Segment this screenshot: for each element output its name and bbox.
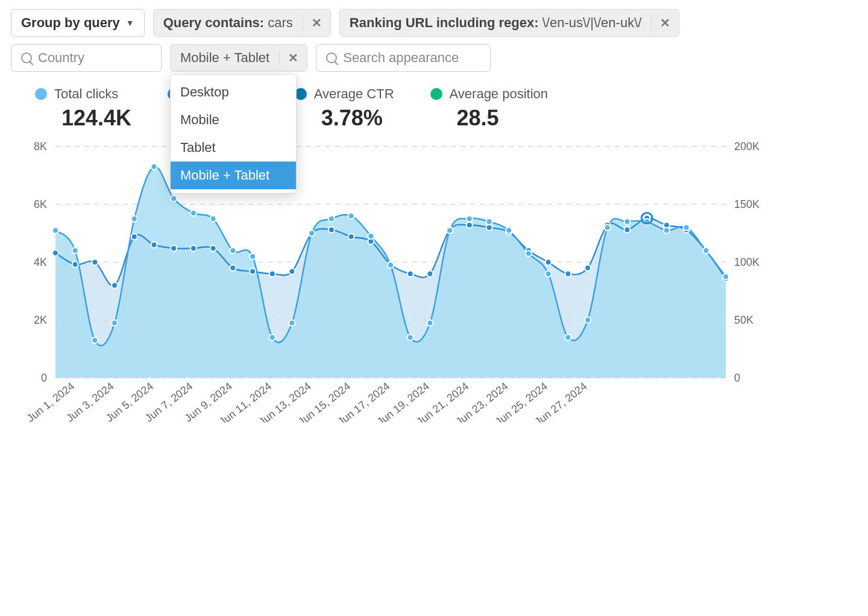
search-appearance-input[interactable]: Search appearance <box>316 44 491 72</box>
svg-point-77 <box>585 317 591 323</box>
svg-point-52 <box>92 338 98 344</box>
svg-point-34 <box>427 271 433 277</box>
svg-point-81 <box>664 227 670 233</box>
svg-point-63 <box>309 230 315 236</box>
device-option[interactable]: Desktop <box>171 78 296 106</box>
svg-text:8K: 8K <box>34 140 47 152</box>
svg-text:2K: 2K <box>34 314 47 326</box>
svg-point-65 <box>348 213 354 219</box>
svg-point-51 <box>72 248 78 254</box>
svg-point-73 <box>506 227 512 233</box>
group-by-dropdown[interactable]: Group by query ▼ <box>11 9 145 37</box>
device-option[interactable]: Tablet <box>171 134 296 162</box>
svg-text:100K: 100K <box>734 256 760 268</box>
svg-point-68 <box>407 335 414 341</box>
search-icon <box>326 52 337 63</box>
metric[interactable]: Total clicks124.4K <box>35 86 131 131</box>
svg-text:0: 0 <box>41 372 47 384</box>
svg-point-36 <box>467 222 473 228</box>
svg-point-24 <box>230 265 236 271</box>
svg-point-44 <box>624 227 630 233</box>
svg-point-79 <box>624 219 630 225</box>
svg-point-17 <box>92 259 98 265</box>
svg-point-84 <box>723 274 729 280</box>
svg-text:200K: 200K <box>734 140 760 152</box>
svg-point-25 <box>250 268 256 274</box>
svg-point-54 <box>131 216 137 222</box>
metric-label: Total clicks <box>54 86 118 102</box>
svg-point-18 <box>112 282 118 288</box>
country-filter-input[interactable]: Country <box>11 44 162 72</box>
search-appearance-placeholder: Search appearance <box>343 50 459 66</box>
svg-point-61 <box>269 335 275 341</box>
chart-container: 02K4K6K8K050K100K150K200KJun 1, 2024Jun … <box>11 139 768 423</box>
svg-point-33 <box>407 271 414 277</box>
device-option[interactable]: Mobile + Tablet <box>171 162 296 189</box>
svg-point-41 <box>565 271 571 277</box>
filter-row-2: Country Mobile + Tablet ✕ DesktopMobileT… <box>11 44 857 72</box>
metric-value: 124.4K <box>61 105 131 131</box>
metric[interactable]: Average position28.5 <box>430 86 549 131</box>
search-icon <box>21 52 32 63</box>
metric[interactable]: Average CTR3.78% <box>295 86 394 131</box>
svg-point-70 <box>447 227 453 233</box>
svg-point-16 <box>72 262 78 268</box>
svg-point-62 <box>289 320 295 326</box>
svg-point-22 <box>190 245 197 251</box>
device-option[interactable]: Mobile <box>171 106 296 134</box>
metrics-row: Total clicks124.4KImpressionsAverage CTR… <box>35 86 857 131</box>
svg-point-69 <box>427 320 433 326</box>
svg-point-15 <box>52 250 58 256</box>
svg-point-40 <box>546 259 552 265</box>
svg-point-67 <box>388 262 394 268</box>
svg-point-59 <box>230 248 236 254</box>
svg-point-74 <box>526 251 532 257</box>
filter-chip-url[interactable]: Ranking URL including regex: \/en-us\/|\… <box>339 9 680 37</box>
svg-point-75 <box>546 271 552 277</box>
filter-chip-query[interactable]: Query contains: cars ✕ <box>153 9 331 37</box>
svg-point-58 <box>210 216 216 222</box>
chart-svg: 02K4K6K8K050K100K150K200KJun 1, 2024Jun … <box>11 139 768 423</box>
svg-point-42 <box>585 265 591 271</box>
filter-chip-url-text: Ranking URL including regex: \/en-us\/|\… <box>340 15 652 31</box>
filter-row-1: Group by query ▼ Query contains: cars ✕ … <box>11 9 857 37</box>
metric-label: Average CTR <box>314 86 394 102</box>
svg-point-29 <box>329 227 335 233</box>
svg-point-26 <box>269 271 275 277</box>
svg-text:4K: 4K <box>34 256 47 268</box>
svg-point-53 <box>112 320 118 326</box>
svg-point-50 <box>52 227 58 233</box>
svg-point-82 <box>684 224 690 230</box>
svg-point-27 <box>289 268 295 274</box>
svg-text:50K: 50K <box>734 314 753 326</box>
svg-text:0: 0 <box>734 372 740 384</box>
device-filter-wrapper: Mobile + Tablet ✕ DesktopMobileTabletMob… <box>170 44 307 72</box>
device-dropdown-panel: DesktopMobileTabletMobile + Tablet <box>170 74 297 193</box>
svg-point-30 <box>348 234 354 240</box>
svg-point-72 <box>486 219 492 225</box>
svg-point-19 <box>131 234 137 240</box>
svg-point-76 <box>565 335 571 341</box>
filter-chip-query-text: Query contains: cars <box>154 15 303 31</box>
svg-point-71 <box>467 216 473 222</box>
svg-point-21 <box>171 245 177 251</box>
remove-query-filter-button[interactable]: ✕ <box>303 16 330 30</box>
svg-point-37 <box>486 224 492 230</box>
filter-chip-device[interactable]: Mobile + Tablet ✕ <box>170 44 307 72</box>
metric-dot-icon <box>35 88 47 100</box>
svg-point-57 <box>190 210 197 216</box>
svg-point-64 <box>329 216 335 222</box>
svg-point-60 <box>250 253 256 259</box>
remove-device-filter-button[interactable]: ✕ <box>279 51 307 65</box>
remove-url-filter-button[interactable]: ✕ <box>651 16 679 30</box>
group-by-label: Group by query <box>21 15 120 31</box>
svg-point-55 <box>151 164 157 170</box>
country-placeholder: Country <box>38 50 84 66</box>
svg-point-78 <box>605 224 611 230</box>
svg-point-56 <box>171 195 177 201</box>
metric-value: 3.78% <box>321 105 394 131</box>
device-filter-label: Mobile + Tablet <box>171 50 279 66</box>
svg-point-20 <box>151 242 157 248</box>
caret-down-icon: ▼ <box>126 18 134 28</box>
svg-text:150K: 150K <box>734 198 760 210</box>
